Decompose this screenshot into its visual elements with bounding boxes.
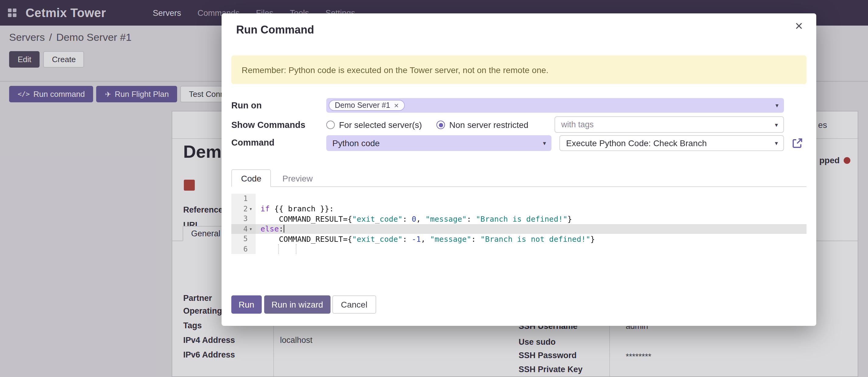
show-commands-radio-group: For selected server(s) Non server restri… [326,119,528,131]
command-label: Command [231,138,275,147]
editor-line-2[interactable]: 2▾ if {{ branch }}: [231,204,807,214]
tag-remove-icon[interactable]: ✕ [394,102,399,109]
with-tags-placeholder: with tags [561,120,594,129]
command-value: Execute Python Code: Check Branch [566,138,707,148]
editor-line-6[interactable]: 6 [231,244,807,254]
tab-code[interactable]: Code [231,169,271,187]
run-on-select[interactable]: Demo Server #1 ✕ ▾ [326,98,784,113]
line-number: 5 [244,235,248,243]
line-number: 2 [244,205,248,213]
run-button[interactable]: Run [231,295,261,314]
editor-line-4-active[interactable]: 4▾ else: [231,224,807,234]
viewport: Cetmix Tower Servers Commands Files Tool… [0,0,868,377]
server-tag-label: Demo Server #1 [335,101,390,110]
code-editor[interactable]: 1 2▾ if {{ branch }}: 3 COMMAND_RESULT={… [231,194,807,254]
stage: Cetmix Tower Servers Commands Files Tool… [0,0,868,377]
modal-title: Run Command [236,24,314,36]
run-on-label: Run on [231,100,262,110]
warning-alert: Remember: Python code is executed on the… [231,55,807,84]
chevron-down-icon: ▾ [543,140,546,146]
radio-selected-icon [436,121,445,129]
chevron-down-icon: ▾ [775,140,778,146]
fold-icon[interactable]: ▾ [248,226,254,232]
server-tag[interactable]: Demo Server #1 ✕ [329,100,405,111]
tab-preview[interactable]: Preview [274,169,321,187]
line-number: 4 [244,225,248,233]
editor-line-5[interactable]: 5 COMMAND_RESULT={"exit_code": -1, "mess… [231,234,807,244]
line-number: 1 [244,195,248,203]
line-number: 6 [244,245,248,253]
external-link-icon[interactable] [791,137,804,149]
tab-divider [231,186,807,187]
editor-line-1[interactable]: 1 [231,194,807,204]
cancel-button[interactable]: Cancel [332,295,376,314]
indent-guide [278,244,279,254]
show-commands-label: Show Commands [231,120,305,130]
radio-non-server-restricted[interactable]: Non server restricted [436,120,528,130]
chevron-down-icon: ▾ [775,121,778,128]
radio-for-selected-servers-label: For selected server(s) [339,120,422,130]
line-number: 3 [244,215,248,223]
run-command-modal: Run Command × Remember: Python code is e… [222,13,816,326]
radio-non-server-restricted-label: Non server restricted [449,120,528,130]
fold-icon[interactable]: ▾ [248,206,254,212]
command-type-select[interactable]: Python code ▾ [326,135,552,151]
editor-line-3[interactable]: 3 COMMAND_RESULT={"exit_code": 0, "messa… [231,214,807,224]
radio-unselected-icon [326,121,335,129]
with-tags-select[interactable]: with tags ▾ [555,116,784,133]
radio-for-selected-servers[interactable]: For selected server(s) [326,120,422,130]
chevron-down-icon: ▾ [775,102,778,109]
text-cursor [283,225,284,233]
warning-alert-text: Remember: Python code is executed on the… [242,65,549,75]
command-select[interactable]: Execute Python Code: Check Branch ▾ [559,135,784,151]
command-type-value: Python code [332,138,380,148]
close-icon[interactable]: × [795,20,803,33]
indent-guide [296,244,297,254]
run-in-wizard-button[interactable]: Run in wizard [264,295,331,314]
